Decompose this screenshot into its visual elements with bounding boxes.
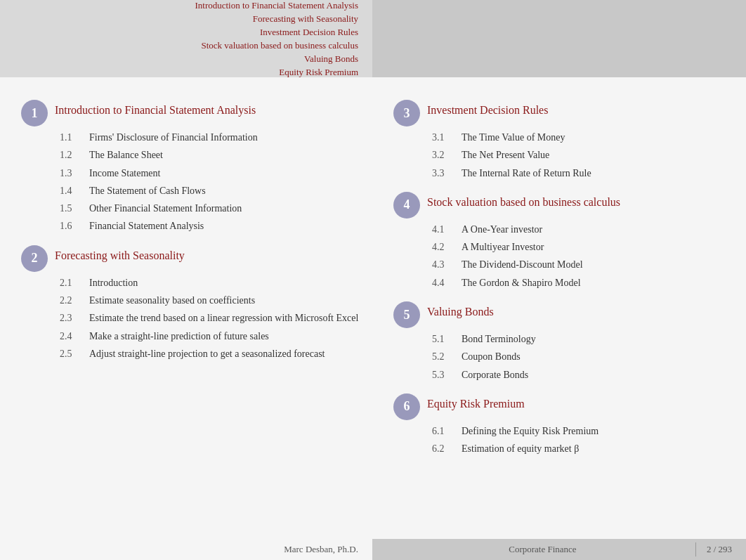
top-bar-links: Introduction to Financial Statement Anal… — [0, 0, 372, 77]
sub-item-text: Estimate the trend based on a linear reg… — [89, 311, 358, 325]
sub-item-num: 3.2 — [432, 148, 452, 162]
sub-item[interactable]: 3.1The Time Value of Money — [432, 131, 725, 145]
sub-item-text: The Statement of Cash Flows — [89, 184, 206, 198]
footer-left: Marc Desban, Ph.D. — [0, 544, 372, 555]
sub-item-text: Defining the Equity Risk Premium — [462, 424, 598, 438]
chapter-header: 1Introduction to Financial Statement Ana… — [21, 98, 365, 126]
sub-item[interactable]: 5.3Corporate Bonds — [432, 368, 725, 382]
sub-item-text: The Net Present Value — [462, 148, 549, 162]
sub-item-num: 6.1 — [432, 424, 452, 438]
sub-item-text: Estimation of equity market β — [462, 442, 579, 456]
chapter-num-badge: 4 — [393, 192, 420, 219]
sub-item[interactable]: 4.4The Gordon & Shapiro Model — [432, 276, 725, 290]
sub-item-num: 6.2 — [432, 442, 452, 456]
sub-item[interactable]: 2.2Estimate seasonality based on coeffic… — [60, 294, 365, 308]
sub-item[interactable]: 6.1Defining the Equity Risk Premium — [432, 424, 725, 438]
sub-item-text: The Gordon & Shapiro Model — [462, 276, 581, 290]
chapter-title[interactable]: Stock valuation based on business calcul… — [427, 190, 620, 210]
sub-item-text: Adjust straight-line projection to get a… — [89, 347, 325, 361]
sub-item-text: Firms' Disclosure of Financial Informati… — [89, 131, 258, 145]
top-bar: Introduction to Financial Statement Anal… — [0, 0, 746, 77]
footer-course: Corporate Finance — [400, 544, 685, 555]
top-bar-item[interactable]: Introduction to Financial Statement Anal… — [195, 0, 358, 11]
sub-item-num: 5.1 — [432, 332, 452, 346]
sub-item-text: The Time Value of Money — [462, 131, 565, 145]
sub-item-num: 5.3 — [432, 368, 452, 382]
chapter-title[interactable]: Investment Decision Rules — [427, 98, 548, 118]
chapter-title[interactable]: Equity Risk Premium — [427, 392, 525, 412]
chapter-num-badge: 2 — [21, 245, 48, 272]
sub-item-num: 3.1 — [432, 131, 452, 145]
sub-item-num: 5.2 — [432, 350, 452, 364]
sub-item-num: 2.1 — [60, 276, 79, 290]
sub-item-text: Financial Statement Analysis — [89, 219, 204, 233]
sub-item-text: Bond Terminology — [462, 332, 536, 346]
chapter-title[interactable]: Valuing Bonds — [427, 300, 494, 320]
footer: Marc Desban, Ph.D. Corporate Finance 2 /… — [0, 539, 746, 560]
sub-item[interactable]: 3.3The Internal Rate of Return Rule — [432, 167, 725, 181]
sub-item[interactable]: 2.1Introduction — [60, 276, 365, 290]
sub-item-text: The Internal Rate of Return Rule — [462, 167, 591, 181]
sub-items-list: 5.1Bond Terminology5.2Coupon Bonds5.3Cor… — [432, 332, 725, 382]
chapter-header: 3Investment Decision Rules — [393, 98, 725, 126]
chapter-header: 4Stock valuation based on business calcu… — [393, 190, 725, 219]
sub-item[interactable]: 6.2Estimation of equity market β — [432, 442, 725, 456]
sub-item[interactable]: 1.5Other Financial Statement Information — [60, 202, 365, 216]
sub-items-list: 2.1Introduction2.2Estimate seasonality b… — [60, 276, 365, 361]
main-content: 1Introduction to Financial Statement Ana… — [0, 84, 746, 481]
footer-page: 2 / 293 — [707, 544, 746, 555]
sub-item[interactable]: 4.3The Dividend-Discount Model — [432, 258, 725, 272]
chapter-num-badge: 1 — [21, 100, 48, 126]
sub-item-num: 1.2 — [60, 148, 79, 162]
sub-item[interactable]: 5.1Bond Terminology — [432, 332, 725, 346]
top-bar-item[interactable]: Investment Decision Rules — [260, 27, 358, 38]
sub-item-text: Make a straight-line prediction of futur… — [89, 330, 269, 344]
sub-item[interactable]: 3.2The Net Present Value — [432, 148, 725, 162]
sub-items-list: 6.1Defining the Equity Risk Premium6.2Es… — [432, 424, 725, 457]
sub-item[interactable]: 1.6Financial Statement Analysis — [60, 219, 365, 233]
sub-item-num: 4.1 — [432, 223, 452, 237]
sub-item[interactable]: 1.4The Statement of Cash Flows — [60, 184, 365, 198]
sub-item[interactable]: 4.1A One-Year investor — [432, 223, 725, 237]
sub-item-num: 4.4 — [432, 276, 452, 290]
footer-right: Corporate Finance 2 / 293 — [372, 539, 746, 560]
sub-items-list: 3.1The Time Value of Money3.2The Net Pre… — [432, 131, 725, 181]
sub-item[interactable]: 1.1Firms' Disclosure of Financial Inform… — [60, 131, 365, 145]
top-bar-item[interactable]: Equity Risk Premium — [279, 67, 358, 78]
sub-items-list: 1.1Firms' Disclosure of Financial Inform… — [60, 131, 365, 234]
sub-item-text: A Multiyear Investor — [462, 240, 544, 254]
footer-author: Marc Desban, Ph.D. — [284, 544, 358, 555]
chapter-num-badge: 6 — [393, 393, 420, 420]
sub-item-num: 4.2 — [432, 240, 452, 254]
sub-item-num: 1.6 — [60, 219, 79, 233]
sub-item-text: Other Financial Statement Information — [89, 202, 242, 216]
top-bar-item[interactable]: Stock valuation based on business calcul… — [202, 40, 359, 51]
sub-item[interactable]: 2.5Adjust straight-line projection to ge… — [60, 347, 365, 361]
sub-item[interactable]: 4.2A Multiyear Investor — [432, 240, 725, 254]
sub-item-text: Income Statement — [89, 167, 160, 181]
sub-item[interactable]: 1.3Income Statement — [60, 167, 365, 181]
sub-item-num: 1.4 — [60, 184, 79, 198]
sub-item-num: 1.1 — [60, 131, 79, 145]
sub-item-num: 2.5 — [60, 347, 79, 361]
chapter-header: 5Valuing Bonds — [393, 300, 725, 328]
sub-item[interactable]: 2.4Make a straight-line prediction of fu… — [60, 330, 365, 344]
chapter-title[interactable]: Introduction to Financial Statement Anal… — [55, 98, 256, 118]
sub-item-text: Corporate Bonds — [462, 368, 528, 382]
left-column: 1Introduction to Financial Statement Ana… — [21, 98, 365, 467]
chapter-header: 2Forecasting with Seasonality — [21, 244, 365, 272]
sub-item-num: 2.4 — [60, 330, 79, 344]
sub-item[interactable]: 2.3Estimate the trend based on a linear … — [60, 311, 365, 325]
top-bar-item[interactable]: Valuing Bonds — [304, 53, 358, 65]
sub-item-num: 1.3 — [60, 167, 79, 181]
top-bar-right-panel — [372, 0, 746, 77]
sub-item-num: 2.3 — [60, 311, 79, 325]
sub-item[interactable]: 1.2The Balance Sheet — [60, 148, 365, 162]
top-bar-item[interactable]: Forecasting with Seasonality — [253, 13, 358, 25]
chapter-title[interactable]: Forecasting with Seasonality — [55, 244, 185, 263]
sub-item-num: 1.5 — [60, 202, 79, 216]
sub-item-text: The Balance Sheet — [89, 148, 163, 162]
sub-item[interactable]: 5.2Coupon Bonds — [432, 350, 725, 364]
chapter-num-badge: 3 — [393, 100, 420, 126]
right-column: 3Investment Decision Rules3.1The Time Va… — [393, 98, 725, 467]
